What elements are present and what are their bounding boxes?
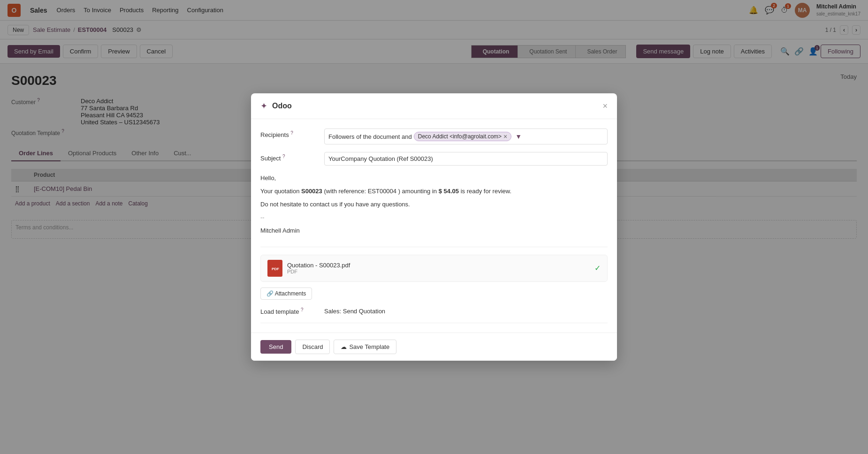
remove-recipient-icon[interactable]: × — [503, 133, 507, 140]
subject-row: Subject ? — [260, 152, 608, 166]
attachment-info: Quotation - S00023.pdf PDF — [287, 262, 590, 274]
pdf-icon: PDF — [267, 260, 282, 277]
send-button[interactable]: Send — [260, 340, 291, 345]
subject-help-icon[interactable]: ? — [282, 154, 285, 159]
recipients-field[interactable]: Followers of the document and Deco Addic… — [324, 129, 608, 144]
attachment-box: PDF Quotation - S00023.pdf PDF ✓ — [260, 255, 608, 282]
email-greeting: Hello, — [260, 173, 608, 183]
modal-overlay[interactable]: ✦ Odoo × Recipients ? Followers of the d… — [0, 0, 868, 345]
subject-field[interactable] — [324, 152, 608, 166]
cloud-icon: ☁ — [341, 343, 347, 345]
email-line1: Your quotation S00023 (with reference: E… — [260, 186, 608, 197]
attachment-check-icon[interactable]: ✓ — [594, 264, 601, 272]
load-template-row: Load template ? Sales: Send Quotation — [260, 307, 608, 323]
email-body: Hello, Your quotation S00023 (with refer… — [260, 173, 608, 247]
load-template-value[interactable]: Sales: Send Quotation — [324, 308, 385, 315]
svg-text:PDF: PDF — [272, 267, 279, 271]
modal-title: Odoo — [272, 102, 292, 110]
recipient-tag-deco: Deco Addict <info@agrolait.com> × — [414, 132, 511, 141]
modal-footer: Send Discard ☁ Save Template — [251, 333, 617, 345]
recipients-row: Recipients ? Followers of the document a… — [260, 129, 608, 144]
load-template-help-icon[interactable]: ? — [301, 307, 304, 312]
recipients-label: Recipients ? — [260, 129, 317, 138]
attachment-name: Quotation - S00023.pdf — [287, 262, 590, 269]
load-template-label: Load template ? — [260, 307, 317, 315]
subject-input[interactable] — [328, 155, 603, 162]
email-divider: -- — [260, 212, 608, 223]
modal-header: ✦ Odoo × — [251, 93, 617, 119]
recipients-help-icon[interactable]: ? — [290, 130, 293, 136]
modal-body: Recipients ? Followers of the document a… — [251, 119, 617, 333]
email-line2: Do not hesitate to contact us if you hav… — [260, 199, 608, 210]
subject-label: Subject ? — [260, 152, 317, 162]
close-icon[interactable]: × — [602, 101, 608, 111]
attachment-type: PDF — [287, 269, 590, 274]
save-template-button[interactable]: ☁ Save Template — [334, 340, 396, 345]
recipients-prefix-text: Followers of the document and — [328, 133, 412, 140]
odoo-star-icon: ✦ — [260, 101, 267, 111]
email-modal: ✦ Odoo × Recipients ? Followers of the d… — [251, 93, 617, 345]
recipients-dropdown-icon[interactable]: ▼ — [515, 133, 522, 140]
email-signature: Mitchell Admin — [260, 226, 608, 236]
attachments-button[interactable]: 🔗 Attachments — [260, 288, 312, 300]
discard-button[interactable]: Discard — [295, 340, 330, 345]
